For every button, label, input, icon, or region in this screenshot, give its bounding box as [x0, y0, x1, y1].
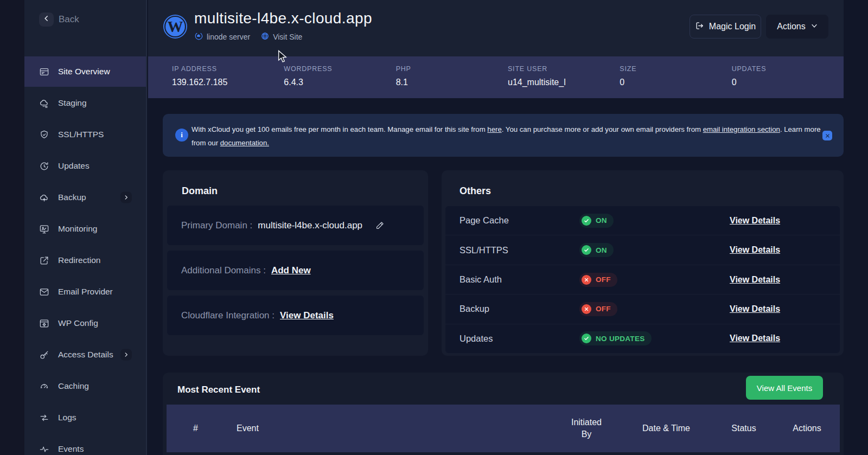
events-table-header: #EventInitiated ByDate & TimeStatusActio…: [167, 405, 840, 452]
sidebar-item-monitoring[interactable]: Monitoring: [24, 214, 146, 244]
events-title: Most Recent Event: [177, 384, 260, 395]
sidebar-item-updates[interactable]: Updates: [24, 151, 146, 181]
others-row-updates: UpdatesNO UPDATESView Details: [445, 324, 840, 353]
info-icon: i: [175, 129, 188, 142]
sidebar: Back Site OverviewStagingSSL/HTTPSUpdate…: [24, 0, 147, 455]
view-all-events-button[interactable]: View All Events: [746, 376, 823, 400]
view-details-link[interactable]: View Details: [730, 275, 780, 285]
sidebar-item-label: Access Details: [58, 350, 113, 360]
sidebar-item-label: Updates: [58, 161, 90, 171]
backup-icon: [39, 193, 49, 203]
domain-card: Domain Primary Domain :multisite-l4be.x-…: [163, 170, 428, 356]
site-overview-icon: [39, 67, 49, 77]
redirection-icon: [39, 255, 49, 266]
stat-value: 139.162.7.185: [172, 78, 284, 87]
sidebar-nav: Site OverviewStagingSSL/HTTPSUpdatesBack…: [24, 56, 146, 455]
actions-label: Actions: [777, 22, 805, 31]
monitoring-icon: [39, 224, 49, 234]
domain-row: Additional Domains :Add New: [167, 251, 424, 290]
sidebar-item-caching[interactable]: Caching: [24, 371, 146, 401]
chevron-right-icon[interactable]: [120, 192, 132, 203]
stat-label: SITE USER: [508, 65, 620, 73]
actions-button[interactable]: Actions: [766, 15, 828, 39]
email-info-banner: i With xCloud you get 100 emails free pe…: [163, 114, 844, 157]
banner-link[interactable]: documentation.: [220, 139, 269, 147]
stat-label: PHP: [396, 65, 508, 73]
status-badge: ON: [579, 214, 614, 228]
banner-text-segment: With xCloud you get 100 emails free per …: [192, 125, 487, 133]
status-badge: OFF: [579, 302, 617, 316]
chevron-down-icon: [811, 22, 818, 31]
server-label: linode server: [207, 33, 250, 41]
domain-row-label: Cloudflare Integration :: [181, 310, 275, 321]
others-card: Others Page CacheONView DetailsSSL/HTTPS…: [442, 170, 844, 356]
others-row-label: SSL/HTTPS: [459, 245, 579, 255]
sidebar-item-label: SSL/HTTPS: [58, 130, 104, 139]
badge-text: NO UPDATES: [596, 335, 645, 343]
magic-login-button[interactable]: Magic Login: [690, 15, 761, 39]
view-details-link[interactable]: View Details: [730, 245, 780, 255]
stat-value: 0: [620, 78, 731, 87]
domain-card-title: Domain: [182, 185, 424, 197]
stat-size: SIZE0: [620, 56, 731, 98]
stat-value: 0: [732, 78, 844, 87]
sidebar-item-backup[interactable]: Backup: [24, 182, 146, 213]
badge-text: OFF: [596, 275, 611, 284]
sidebar-item-staging[interactable]: Staging: [24, 88, 146, 118]
topbar: W multisite-l4be.x-cloud.app linode serv…: [148, 0, 844, 56]
view-details-link[interactable]: View Details: [730, 216, 780, 226]
sidebar-item-label: Email Provider: [58, 287, 113, 297]
stat-label: WORDPRESS: [284, 65, 395, 73]
sidebar-item-access-details[interactable]: Access Details: [24, 339, 146, 370]
events-icon: [39, 444, 49, 454]
sidebar-item-email-provider[interactable]: Email Provider: [24, 277, 146, 307]
others-row-label: Page Cache: [459, 215, 579, 226]
visit-site-label: Visit Site: [273, 33, 302, 41]
stat-value: 8.1: [396, 78, 508, 87]
badge-text: ON: [596, 216, 607, 225]
sidebar-item-events[interactable]: Events: [24, 434, 146, 455]
staging-icon: [39, 98, 49, 108]
stat-value: 6.4.3: [284, 78, 395, 87]
ssl-icon: [39, 130, 49, 140]
badge-text: ON: [596, 246, 607, 254]
check-icon: [582, 245, 591, 255]
badge-text: OFF: [596, 305, 611, 313]
edit-pencil-icon[interactable]: [375, 221, 385, 230]
others-card-title: Others: [459, 185, 840, 197]
site-subtitle: linode server Visit Site: [195, 32, 302, 42]
visit-site-link[interactable]: Visit Site: [261, 32, 302, 42]
sidebar-item-label: Logs: [58, 413, 76, 422]
stat-label: SIZE: [620, 65, 731, 73]
sidebar-item-wp-config[interactable]: WP Config: [24, 308, 146, 338]
wp-config-icon: [39, 318, 49, 329]
banner-close-button[interactable]: [822, 131, 832, 140]
wordpress-logo: W: [163, 15, 187, 39]
banner-link[interactable]: email integration section: [703, 125, 780, 133]
domain-row: Primary Domain :multisite-l4be.x-cloud.a…: [167, 206, 424, 245]
banner-link[interactable]: here: [487, 125, 501, 133]
back-button[interactable]: Back: [39, 12, 79, 27]
sidebar-item-ssl-https[interactable]: SSL/HTTPS: [24, 119, 146, 150]
view-details-link[interactable]: View Details: [730, 334, 780, 343]
domain-row-label: Additional Domains :: [181, 265, 266, 276]
banner-text-segment: . You can purchase more or add your own …: [502, 125, 703, 133]
sidebar-item-redirection[interactable]: Redirection: [24, 245, 146, 275]
events-column--: #: [193, 422, 237, 434]
check-icon: [582, 334, 591, 343]
back-label: Back: [59, 14, 79, 25]
others-row-label: Basic Auth: [459, 274, 579, 285]
events-column-actions: Actions: [774, 422, 840, 434]
domain-row-link[interactable]: Add New: [271, 265, 311, 276]
others-row-label: Backup: [459, 304, 579, 314]
domain-row-link[interactable]: View Details: [280, 310, 334, 321]
sidebar-item-label: Backup: [58, 193, 86, 202]
sidebar-item-site-overview[interactable]: Site Overview: [24, 56, 146, 87]
view-details-link[interactable]: View Details: [730, 304, 780, 314]
magic-login-label: Magic Login: [709, 22, 756, 31]
chevron-right-icon[interactable]: [120, 349, 132, 361]
sidebar-item-logs[interactable]: Logs: [24, 402, 146, 433]
content: i With xCloud you get 100 emails free pe…: [163, 98, 844, 455]
server-link[interactable]: linode server: [195, 32, 250, 42]
close-icon: [825, 132, 830, 140]
